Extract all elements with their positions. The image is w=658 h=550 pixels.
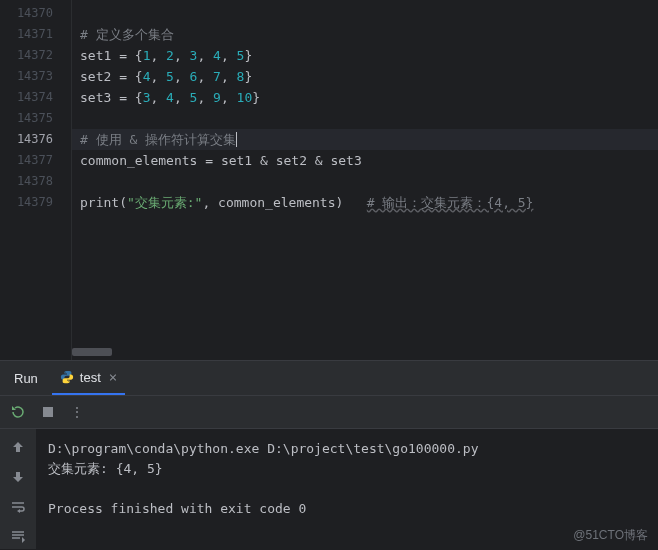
run-tab[interactable]: test ×: [52, 361, 125, 395]
line-number: 14379: [0, 192, 53, 213]
python-icon: [60, 370, 74, 384]
more-icon[interactable]: ⋮: [70, 404, 83, 420]
code-line: set3 = {3, 4, 5, 9, 10}: [80, 87, 658, 108]
line-number: 14370: [0, 3, 53, 24]
line-number: 14375: [0, 108, 53, 129]
console-line: D:\program\conda\python.exe D:\project\t…: [48, 441, 478, 456]
svg-rect-0: [43, 407, 53, 417]
line-number: 14377: [0, 150, 53, 171]
console-line: 交集元素: {4, 5}: [48, 461, 163, 476]
stop-icon[interactable]: [40, 404, 56, 420]
code-line: [80, 171, 658, 192]
console-output[interactable]: D:\program\conda\python.exe D:\project\t…: [36, 429, 658, 549]
console-line: Process finished with exit code 0: [48, 501, 306, 516]
run-toolbar: ⋮: [0, 395, 658, 429]
close-icon[interactable]: ×: [109, 369, 117, 385]
down-arrow-icon[interactable]: [10, 469, 26, 485]
run-body: D:\program\conda\python.exe D:\project\t…: [0, 429, 658, 549]
code-line: common_elements = set1 & set2 & set3: [80, 150, 658, 171]
code-line: set1 = {1, 2, 3, 4, 5}: [80, 45, 658, 66]
up-arrow-icon[interactable]: [10, 439, 26, 455]
line-number: 14376: [0, 129, 53, 150]
code-line: [80, 3, 658, 24]
code-line: print("交集元素:", common_elements) # 输出：交集元…: [80, 192, 658, 213]
line-number: 14378: [0, 171, 53, 192]
code-line: set2 = {4, 5, 6, 7, 8}: [80, 66, 658, 87]
run-tool-label[interactable]: Run: [14, 371, 38, 386]
watermark: @51CTO博客: [573, 527, 648, 544]
editor-area: 14370 14371 14372 14373 14374 14375 1437…: [0, 0, 658, 360]
horizontal-scrollbar[interactable]: [72, 348, 112, 356]
code-line: [80, 108, 658, 129]
rerun-icon[interactable]: [10, 404, 26, 420]
line-gutter: 14370 14371 14372 14373 14374 14375 1437…: [0, 0, 72, 360]
line-number: 14371: [0, 24, 53, 45]
scroll-to-end-icon[interactable]: [10, 529, 26, 545]
line-number: 14373: [0, 66, 53, 87]
run-tab-name: test: [80, 370, 101, 385]
run-panel: Run test × ⋮: [0, 361, 658, 549]
code-line-active: # 使用 & 操作符计算交集: [72, 129, 658, 150]
code-line: # 定义多个集合: [80, 24, 658, 45]
soft-wrap-icon[interactable]: [10, 499, 26, 515]
run-tabs-bar: Run test ×: [0, 361, 658, 395]
line-number: 14374: [0, 87, 53, 108]
code-editor[interactable]: # 定义多个集合 set1 = {1, 2, 3, 4, 5} set2 = {…: [72, 0, 658, 360]
run-sidebar: [0, 429, 36, 549]
line-number: 14372: [0, 45, 53, 66]
